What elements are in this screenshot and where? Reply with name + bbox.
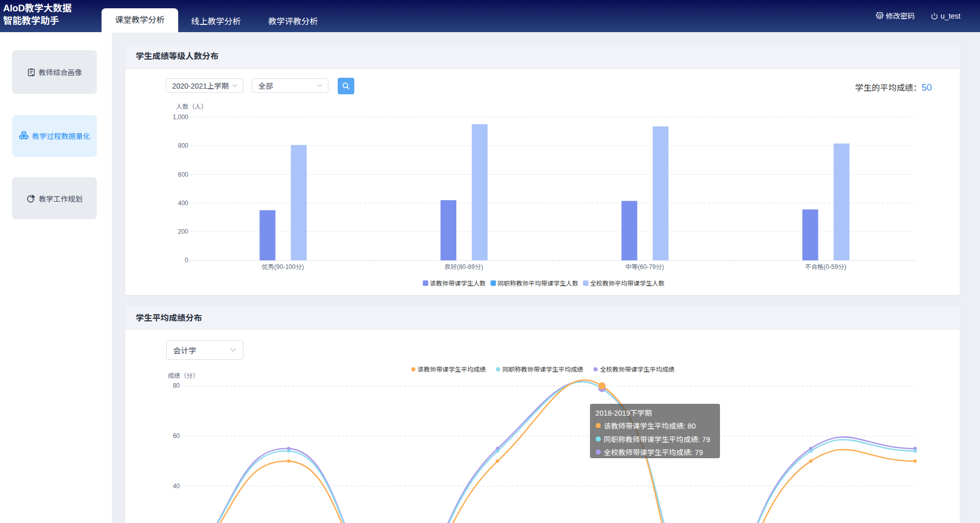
svg-text:成绩（分）: 成绩（分） — [168, 372, 199, 379]
svg-text:优秀(90-100分): 优秀(90-100分) — [262, 263, 304, 271]
svg-text:同职称教师平均带课学生人数: 同职称教师平均带课学生人数 — [497, 280, 578, 287]
svg-text:200: 200 — [178, 228, 188, 235]
svg-text:全校教师带课学生平均成绩: 全校教师带课学生平均成绩 — [600, 366, 674, 373]
svg-text:中等(60-79分): 中等(60-79分) — [625, 263, 664, 271]
svg-text:800: 800 — [178, 142, 188, 149]
svg-text:全校教师平均带课学生人数: 全校教师平均带课学生人数 — [590, 280, 665, 287]
svg-text:60: 60 — [173, 432, 180, 440]
svg-text:人数（人）: 人数（人） — [176, 103, 207, 110]
svg-text:不合格(0-59分): 不合格(0-59分) — [805, 263, 846, 271]
svg-text:0: 0 — [185, 257, 189, 264]
svg-text:该教师带课学生平均成绩: 该教师带课学生平均成绩 — [417, 366, 486, 373]
svg-text:良好(80-89分): 良好(80-89分) — [444, 263, 483, 271]
svg-text:该教师带课学生人数: 该教师带课学生人数 — [430, 280, 486, 287]
svg-text:1,000: 1,000 — [172, 114, 188, 121]
svg-text:同职称教师带课学生平均成绩: 同职称教师带课学生平均成绩 — [502, 366, 583, 373]
svg-text:80: 80 — [173, 382, 180, 389]
svg-text:400: 400 — [178, 200, 188, 207]
svg-text:600: 600 — [178, 171, 188, 178]
svg-text:40: 40 — [173, 483, 180, 490]
